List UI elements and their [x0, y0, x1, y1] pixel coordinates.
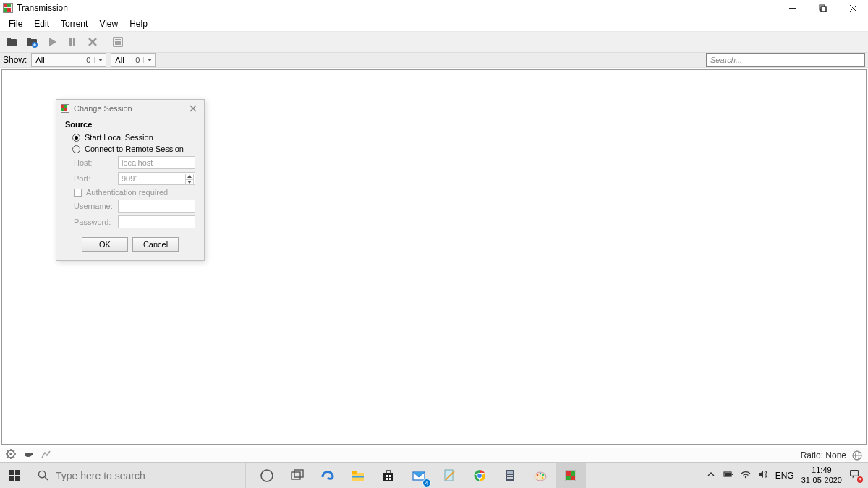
filter-status-text: All — [32, 56, 48, 64]
svg-rect-7 — [7, 38, 11, 40]
auth-required-label[interactable]: Authentication required — [86, 188, 168, 197]
host-input[interactable]: localhost — [118, 156, 195, 169]
svg-rect-57 — [386, 478, 388, 480]
open-url-button[interactable] — [22, 33, 41, 51]
edge-icon[interactable] — [312, 463, 343, 489]
start-button[interactable] — [43, 33, 61, 51]
taskbar-search[interactable]: Type here to search — [29, 463, 246, 489]
ratio-text: Ratio: None — [801, 450, 846, 461]
close-button[interactable] — [838, 0, 868, 16]
torrent-list: Change Session Source Start Local Sessio… — [1, 69, 867, 445]
open-torrent-button[interactable] — [2, 33, 21, 51]
chrome-icon[interactable] — [464, 463, 495, 489]
remove-button[interactable] — [83, 33, 102, 51]
svg-marker-87 — [759, 471, 763, 478]
password-input[interactable] — [118, 215, 195, 228]
svg-rect-84 — [731, 474, 733, 475]
network-icon[interactable] — [852, 450, 862, 461]
filter-status-combo[interactable]: All 0 — [31, 53, 106, 67]
app-icon — [61, 104, 69, 113]
wifi-icon[interactable] — [741, 469, 751, 481]
svg-point-37 — [31, 453, 33, 455]
svg-marker-24 — [187, 175, 192, 178]
svg-point-68 — [509, 475, 511, 476]
taskbar-search-placeholder: Type here to search — [56, 470, 145, 481]
svg-rect-58 — [389, 478, 391, 480]
change-session-dialog: Change Session Source Start Local Sessio… — [56, 99, 205, 261]
ok-button[interactable]: OK — [82, 237, 128, 252]
language-indicator[interactable]: ENG — [775, 471, 794, 481]
menu-help[interactable]: Help — [124, 17, 153, 31]
port-input[interactable]: 9091 — [118, 172, 195, 185]
volume-icon[interactable] — [758, 469, 768, 481]
svg-point-70 — [507, 477, 509, 479]
options-icon[interactable] — [6, 449, 16, 461]
svg-rect-51 — [352, 471, 357, 474]
port-spinner[interactable] — [185, 174, 194, 185]
svg-rect-42 — [15, 470, 20, 475]
start-button[interactable] — [0, 463, 29, 489]
toolbar-separator — [106, 35, 106, 49]
menu-view[interactable]: View — [93, 17, 124, 31]
svg-rect-12 — [69, 38, 72, 46]
pause-button[interactable] — [63, 33, 82, 51]
maximize-button[interactable] — [807, 0, 838, 16]
radio-remote-label[interactable]: Connect to Remote Session — [85, 145, 184, 153]
svg-point-67 — [507, 475, 509, 476]
minimize-button[interactable] — [777, 0, 807, 16]
svg-marker-11 — [49, 38, 56, 46]
filter-bar: Show: All 0 All 0 Search... — [0, 52, 868, 68]
mail-icon[interactable]: 4 — [404, 463, 434, 489]
svg-rect-52 — [352, 476, 364, 478]
tray-chevron-icon[interactable] — [706, 469, 716, 481]
turtle-icon[interactable] — [23, 449, 33, 461]
svg-line-46 — [45, 477, 48, 480]
host-label: Host: — [74, 158, 114, 167]
svg-rect-88 — [851, 470, 859, 476]
notification-badge: 3 — [857, 476, 863, 483]
filter-tracker-combo[interactable]: All 0 — [111, 53, 156, 67]
auth-required-checkbox[interactable] — [74, 189, 82, 197]
paint-icon[interactable] — [525, 463, 556, 489]
stats-icon[interactable] — [41, 449, 51, 461]
svg-rect-49 — [294, 470, 303, 477]
svg-rect-13 — [73, 38, 75, 46]
transmission-taskbar-icon[interactable] — [556, 463, 586, 489]
radio-local-session[interactable] — [72, 134, 80, 142]
host-value: localhost — [122, 158, 153, 167]
dialog-section-source: Source — [65, 120, 195, 129]
cancel-button[interactable]: Cancel — [132, 237, 179, 252]
port-label: Port: — [74, 174, 114, 183]
svg-point-75 — [540, 472, 542, 474]
calculator-icon[interactable] — [495, 463, 525, 489]
menu-edit[interactable]: Edit — [28, 17, 55, 31]
svg-rect-56 — [389, 475, 391, 477]
svg-point-69 — [511, 475, 513, 476]
clock-time: 11:49 — [801, 466, 842, 475]
store-icon[interactable] — [373, 463, 404, 489]
svg-rect-43 — [9, 476, 14, 481]
file-explorer-icon[interactable] — [343, 463, 373, 489]
battery-icon[interactable] — [723, 469, 733, 481]
cortana-icon[interactable] — [252, 463, 282, 489]
notepad-icon[interactable] — [434, 463, 464, 489]
task-view-icon[interactable] — [282, 463, 312, 489]
svg-rect-55 — [386, 475, 388, 477]
menu-torrent[interactable]: Torrent — [55, 17, 93, 31]
action-center-icon[interactable]: 3 — [849, 469, 862, 482]
svg-rect-80 — [571, 471, 575, 476]
svg-point-72 — [511, 477, 513, 479]
svg-rect-41 — [9, 470, 14, 475]
clock-date: 31-05-2020 — [801, 476, 842, 485]
username-input[interactable] — [118, 200, 195, 213]
radio-remote-session[interactable] — [72, 145, 80, 153]
svg-point-77 — [542, 476, 544, 479]
dialog-close-button[interactable] — [187, 102, 200, 115]
search-input[interactable]: Search... — [706, 53, 865, 67]
svg-rect-6 — [7, 39, 17, 46]
menu-file[interactable]: File — [3, 17, 28, 31]
properties-button[interactable] — [109, 33, 127, 51]
chevron-down-icon — [94, 57, 106, 63]
taskbar-clock[interactable]: 11:49 31-05-2020 — [801, 466, 842, 484]
radio-local-label[interactable]: Start Local Session — [85, 133, 153, 142]
